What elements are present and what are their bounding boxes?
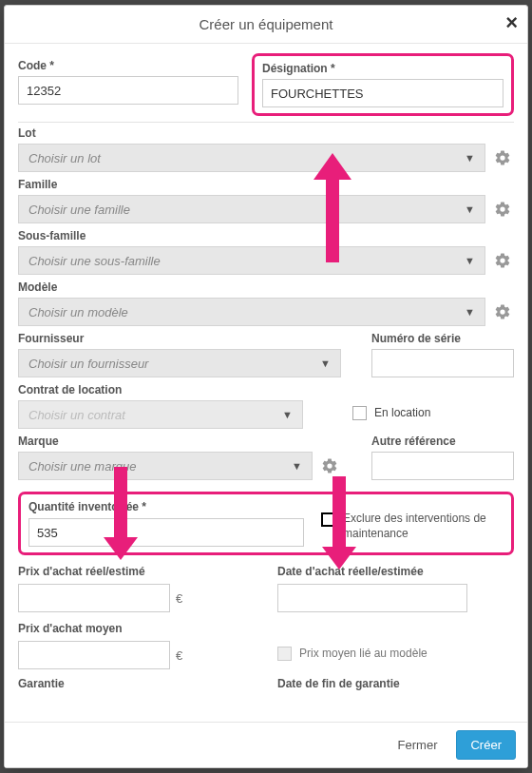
qty-label: Quantité inventoriée * — [28, 500, 304, 513]
chevron-down-icon: ▼ — [282, 409, 293, 420]
lot-label: Lot — [18, 126, 514, 140]
chevron-down-icon: ▼ — [465, 152, 475, 164]
en-location-checkbox[interactable] — [352, 406, 367, 420]
chevron-down-icon: ▼ — [292, 460, 302, 472]
gear-icon[interactable] — [491, 249, 514, 272]
chevron-down-icon: ▼ — [320, 358, 331, 369]
contrat-label: Contrat de location — [18, 383, 335, 396]
exclude-checkbox[interactable] — [321, 512, 335, 527]
contrat-placeholder: Choisir un contrat — [28, 408, 125, 422]
fournisseur-select[interactable]: Choisir un fournisseur ▼ — [18, 349, 341, 377]
qty-input[interactable] — [28, 518, 304, 547]
modele-label: Modèle — [18, 280, 514, 294]
sous-famille-select[interactable]: Choisir une sous-famille ▼ — [18, 246, 485, 275]
prix-moyen-lie-checkbox[interactable] — [277, 647, 292, 661]
create-equipment-modal: Créer un équipement × Code * Désignation… — [4, 5, 528, 768]
modal-title: Créer un équipement — [200, 16, 333, 32]
code-label: Code * — [18, 59, 238, 72]
gear-icon[interactable] — [491, 198, 514, 221]
date-fin-garantie-label: Date de fin de garantie — [277, 677, 514, 690]
famille-placeholder: Choisir une famille — [28, 203, 130, 217]
modal-header: Créer un équipement × — [5, 6, 527, 44]
num-serie-input[interactable] — [371, 349, 514, 377]
marque-placeholder: Choisir une marque — [28, 459, 136, 473]
currency-symbol: € — [176, 648, 182, 663]
exclude-label: Exclure des interventions de maintenance — [343, 512, 504, 541]
gear-icon[interactable] — [491, 300, 514, 323]
close-icon[interactable]: × — [505, 10, 518, 35]
gear-icon[interactable] — [318, 454, 341, 477]
code-field-wrap: Code * — [18, 53, 238, 110]
modal-body: Code * Désignation * Lot Choisir un lot … — [5, 44, 527, 722]
prix-reel-label: Prix d'achat réel/estimé — [18, 565, 255, 578]
lot-select[interactable]: Choisir un lot ▼ — [18, 144, 485, 172]
chevron-down-icon: ▼ — [465, 203, 475, 215]
sous-famille-placeholder: Choisir une sous-famille — [28, 254, 161, 268]
gear-icon[interactable] — [491, 146, 514, 169]
modele-select[interactable]: Choisir un modèle ▼ — [18, 298, 485, 326]
autre-ref-input[interactable] — [371, 452, 514, 480]
chevron-down-icon: ▼ — [465, 306, 475, 318]
fournisseur-label: Fournisseur — [18, 332, 354, 345]
designation-input[interactable] — [262, 79, 504, 107]
marque-select[interactable]: Choisir une marque ▼ — [18, 452, 313, 480]
currency-symbol: € — [176, 591, 182, 606]
sous-famille-label: Sous-famille — [18, 229, 514, 242]
lot-placeholder: Choisir un lot — [28, 151, 101, 165]
prix-moyen-input[interactable] — [18, 641, 170, 669]
qty-highlight: Quantité inventoriée * Exclure des inter… — [18, 492, 514, 555]
date-reelle-input[interactable] — [277, 584, 467, 612]
num-serie-label: Numéro de série — [371, 332, 514, 345]
garantie-label: Garantie — [18, 677, 255, 690]
modele-placeholder: Choisir un modèle — [28, 305, 128, 319]
fournisseur-placeholder: Choisir un fournisseur — [28, 357, 148, 371]
create-button[interactable]: Créer — [456, 730, 516, 760]
marque-label: Marque — [18, 435, 354, 448]
famille-label: Famille — [18, 178, 514, 191]
en-location-label: En location — [374, 406, 430, 419]
modal-footer: Fermer Créer — [5, 722, 527, 767]
famille-select[interactable]: Choisir une famille ▼ — [18, 195, 485, 223]
designation-label: Désignation * — [262, 62, 504, 75]
autre-ref-label: Autre référence — [371, 435, 514, 448]
contrat-select[interactable]: Choisir un contrat ▼ — [18, 400, 303, 429]
designation-highlight: Désignation * — [252, 53, 514, 116]
close-button[interactable]: Fermer — [385, 731, 451, 759]
prix-reel-input[interactable] — [18, 584, 170, 612]
code-input[interactable] — [18, 76, 238, 105]
chevron-down-icon: ▼ — [465, 255, 475, 266]
date-reelle-label: Date d'achat réelle/estimée — [277, 565, 514, 578]
prix-moyen-lie-label: Prix moyen lié au modèle — [299, 647, 428, 660]
prix-moyen-label: Prix d'achat moyen — [18, 622, 255, 635]
